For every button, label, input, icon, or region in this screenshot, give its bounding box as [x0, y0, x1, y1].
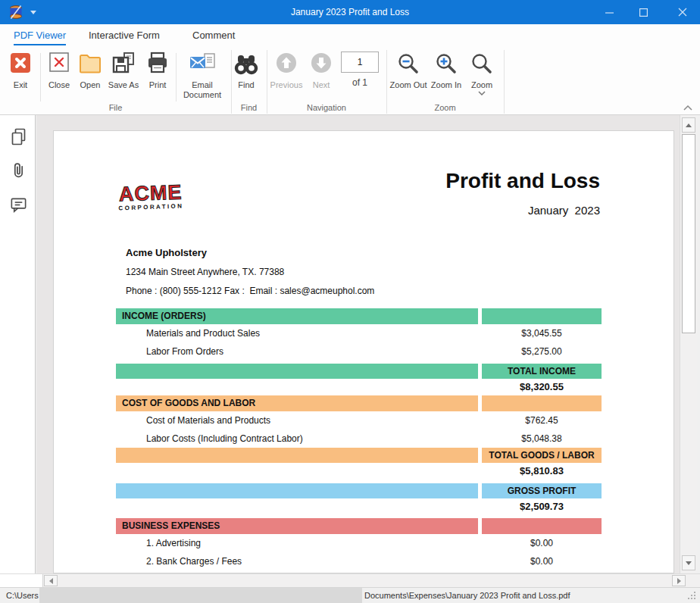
row-amount — [482, 395, 602, 411]
row-label: 2. Bank Charges / Fees — [116, 552, 478, 570]
scrollbar-corner-panel — [0, 574, 43, 587]
company-contact: Phone : (800) 555-1212 Fax : Email : sal… — [126, 286, 374, 296]
row-amount: TOTAL GOODS / LABOR — [482, 448, 602, 463]
table-row: BUSINESS EXPENSES — [116, 518, 602, 534]
save-as-button[interactable]: Save As — [105, 52, 142, 90]
horizontal-scrollbar[interactable] — [0, 573, 700, 587]
table-row: Labor Costs (Including Contract Labor) $… — [116, 430, 602, 448]
email-document-icon — [189, 52, 216, 79]
row-label: Materials and Product Sales — [116, 324, 478, 342]
zoom-in-icon — [434, 52, 458, 79]
next-arrow-icon — [310, 52, 333, 79]
email-document-button[interactable]: Email Document — [178, 52, 227, 100]
row-amount — [482, 518, 602, 534]
profit-loss-table: INCOME (ORDERS) Materials and Product Sa… — [116, 308, 602, 570]
row-amount: GROSS PROFIT — [482, 483, 602, 498]
titlebar: January 2023 Profit and Loss — [0, 0, 700, 24]
comments-icon[interactable] — [8, 194, 29, 215]
row-label — [116, 463, 478, 480]
page-number-input[interactable]: 1 — [341, 52, 379, 73]
ribbon-tabbar: PDF Viewer Interactive Form Comment — [0, 24, 700, 47]
table-row: $5,810.83 — [116, 463, 602, 480]
exit-icon — [9, 52, 32, 79]
vertical-scroll-thumb[interactable] — [682, 134, 695, 333]
scroll-up-button[interactable] — [682, 117, 695, 133]
company-block: Acme Upholstery 1234 Main Street Anywher… — [126, 247, 374, 296]
acme-logo: ACME CORPORATION — [117, 182, 183, 212]
table-row: INCOME (ORDERS) — [116, 308, 602, 324]
row-amount: $5,275.00 — [482, 342, 602, 361]
row-amount: $8,320.55 — [482, 379, 602, 395]
print-icon — [146, 52, 169, 79]
table-row: $8,320.55 — [116, 379, 602, 395]
page-count-label: of 1 — [336, 77, 384, 88]
file-path-prefix: C:\Users — [6, 591, 39, 600]
attachments-paperclip-icon[interactable] — [8, 159, 29, 180]
row-amount: $2,509.73 — [482, 498, 602, 515]
row-amount: $762.45 — [482, 411, 602, 430]
navigation-pane — [0, 115, 36, 573]
group-caption-zoom: Zoom — [386, 103, 504, 114]
table-row: 1. Advertising $0.00 — [116, 534, 602, 552]
table-row: Materials and Product Sales $3,045.55 — [116, 324, 602, 342]
row-amount: $5,048.38 — [482, 430, 602, 448]
maximize-button[interactable] — [630, 0, 657, 24]
table-row: Labor From Orders $5,275.00 — [116, 342, 602, 361]
row-label: 1. Advertising — [116, 534, 478, 552]
close-document-button[interactable]: Close — [44, 52, 74, 90]
row-label — [116, 364, 478, 379]
ribbon: Exit Close Open — [0, 47, 700, 115]
vertical-scrollbar[interactable] — [680, 115, 697, 573]
row-amount: $0.00 — [482, 552, 602, 570]
company-name: Acme Upholstery — [126, 247, 374, 258]
row-label: Cost of Materials and Products — [116, 411, 478, 430]
zoom-dropdown-button[interactable]: Zoom — [464, 52, 499, 95]
group-caption-navigation: Navigation — [267, 103, 386, 114]
company-address: 1234 Main Street Anywhere, TX. 77388 — [126, 267, 374, 277]
row-label: BUSINESS EXPENSES — [116, 518, 478, 534]
open-button[interactable]: Open — [75, 52, 105, 90]
row-label: Labor From Orders — [116, 342, 478, 361]
tab-comment[interactable]: Comment — [192, 26, 235, 45]
row-label: INCOME (ORDERS) — [116, 308, 478, 324]
zoom-out-button[interactable]: Zoom Out — [389, 52, 428, 90]
status-bar: C:\Users Documents\Expenses\January 2023… — [0, 587, 700, 603]
report-title: Profit and Loss — [445, 169, 600, 193]
row-amount — [482, 308, 602, 324]
row-amount: $5,810.83 — [482, 463, 602, 480]
open-folder-icon — [78, 52, 102, 79]
close-window-button[interactable] — [669, 0, 696, 24]
minimize-button[interactable] — [595, 0, 623, 24]
pdf-viewer-window: January 2023 Profit and Loss PDF Viewer … — [0, 0, 700, 603]
next-page-button[interactable]: Next — [306, 52, 336, 90]
page-thumbnails-icon[interactable] — [8, 126, 29, 147]
zoom-icon — [470, 52, 494, 79]
table-row: GROSS PROFIT — [116, 483, 602, 498]
find-binoculars-icon — [233, 52, 259, 79]
document-viewport[interactable]: ACME CORPORATION Profit and Loss January… — [36, 115, 680, 573]
report-period: January 2023 — [528, 204, 600, 217]
row-amount: TOTAL INCOME — [482, 364, 602, 379]
row-label — [116, 498, 478, 515]
row-label — [116, 448, 478, 463]
path-redaction-block — [39, 588, 362, 603]
tab-interactive-form[interactable]: Interactive Form — [89, 26, 160, 45]
find-button[interactable]: Find — [228, 52, 264, 90]
group-caption-file: File — [0, 103, 231, 114]
table-row: Cost of Materials and Products $762.45 — [116, 411, 602, 430]
zoom-in-button[interactable]: Zoom In — [429, 52, 464, 90]
exit-button[interactable]: Exit — [3, 52, 38, 90]
zoom-out-icon — [396, 52, 420, 79]
file-path-suffix: Documents\Expenses\January 2023 Profit a… — [364, 591, 570, 600]
close-document-icon — [48, 52, 70, 79]
previous-arrow-icon — [275, 52, 298, 79]
tab-pdf-viewer[interactable]: PDF Viewer — [14, 26, 66, 45]
scroll-down-button[interactable] — [682, 555, 695, 570]
previous-page-button[interactable]: Previous — [267, 52, 305, 90]
print-button[interactable]: Print — [142, 52, 173, 90]
collapse-ribbon-button[interactable] — [681, 102, 695, 114]
scroll-left-button[interactable] — [44, 575, 58, 586]
scroll-right-button[interactable] — [672, 575, 686, 586]
resize-grip[interactable] — [687, 591, 696, 600]
table-row: COST OF GOODS AND LABOR — [116, 395, 602, 411]
